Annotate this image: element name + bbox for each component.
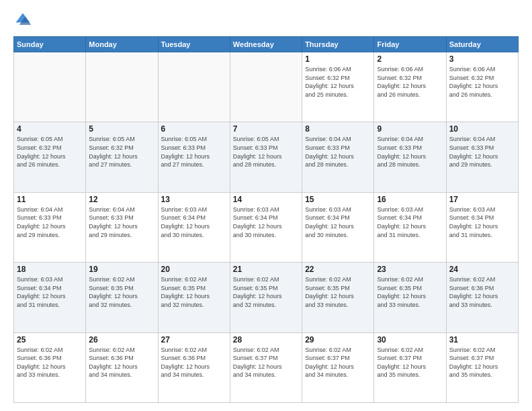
day-header-thursday: Thursday [302, 37, 374, 52]
day-number: 29 [305, 335, 371, 345]
day-number: 25 [17, 335, 83, 345]
day-number: 14 [233, 195, 299, 204]
day-info: Sunrise: 6:06 AM Sunset: 6:32 PM Dayligh… [305, 65, 371, 99]
day-header-saturday: Saturday [446, 37, 518, 52]
day-info: Sunrise: 6:03 AM Sunset: 6:34 PM Dayligh… [449, 205, 515, 239]
day-cell: 10Sunrise: 6:04 AM Sunset: 6:33 PM Dayli… [446, 122, 518, 192]
day-cell: 18Sunrise: 6:03 AM Sunset: 6:34 PM Dayli… [14, 263, 86, 332]
day-number: 10 [449, 124, 515, 134]
page: SundayMondayTuesdayWednesdayThursdayFrid… [0, 0, 532, 411]
day-info: Sunrise: 6:02 AM Sunset: 6:36 PM Dayligh… [17, 346, 83, 379]
day-number: 7 [233, 124, 299, 134]
day-number: 20 [161, 265, 227, 274]
day-info: Sunrise: 6:03 AM Sunset: 6:34 PM Dayligh… [161, 205, 227, 239]
day-cell: 28Sunrise: 6:02 AM Sunset: 6:37 PM Dayli… [230, 332, 302, 402]
day-header-monday: Monday [86, 37, 158, 52]
day-info: Sunrise: 6:02 AM Sunset: 6:36 PM Dayligh… [89, 346, 154, 379]
day-info: Sunrise: 6:02 AM Sunset: 6:36 PM Dayligh… [161, 346, 227, 379]
day-cell: 29Sunrise: 6:02 AM Sunset: 6:37 PM Dayli… [302, 332, 374, 402]
day-cell: 12Sunrise: 6:04 AM Sunset: 6:33 PM Dayli… [86, 192, 158, 262]
day-number: 3 [449, 54, 515, 64]
day-info: Sunrise: 6:02 AM Sunset: 6:37 PM Dayligh… [305, 346, 371, 379]
day-number: 1 [305, 54, 371, 64]
day-cell: 5Sunrise: 6:05 AM Sunset: 6:32 PM Daylig… [86, 122, 158, 192]
day-info: Sunrise: 6:03 AM Sunset: 6:34 PM Dayligh… [17, 275, 83, 309]
day-cell: 9Sunrise: 6:04 AM Sunset: 6:33 PM Daylig… [374, 122, 446, 192]
day-info: Sunrise: 6:02 AM Sunset: 6:35 PM Dayligh… [233, 275, 299, 309]
day-cell: 15Sunrise: 6:03 AM Sunset: 6:34 PM Dayli… [302, 192, 374, 262]
day-info: Sunrise: 6:04 AM Sunset: 6:33 PM Dayligh… [17, 205, 83, 239]
day-info: Sunrise: 6:02 AM Sunset: 6:35 PM Dayligh… [89, 275, 154, 309]
day-number: 24 [449, 265, 515, 274]
day-info: Sunrise: 6:02 AM Sunset: 6:37 PM Dayligh… [377, 346, 443, 379]
day-info: Sunrise: 6:02 AM Sunset: 6:36 PM Dayligh… [449, 275, 515, 309]
day-cell: 20Sunrise: 6:02 AM Sunset: 6:35 PM Dayli… [158, 263, 230, 332]
day-number: 15 [305, 195, 371, 204]
week-row-2: 4Sunrise: 6:05 AM Sunset: 6:32 PM Daylig… [14, 122, 519, 192]
day-cell: 16Sunrise: 6:03 AM Sunset: 6:34 PM Dayli… [374, 192, 446, 262]
day-cell: 1Sunrise: 6:06 AM Sunset: 6:32 PM Daylig… [302, 52, 374, 122]
day-cell [14, 52, 86, 122]
day-cell: 26Sunrise: 6:02 AM Sunset: 6:36 PM Dayli… [86, 332, 158, 402]
day-cell: 6Sunrise: 6:05 AM Sunset: 6:33 PM Daylig… [158, 122, 230, 192]
day-cell: 22Sunrise: 6:02 AM Sunset: 6:35 PM Dayli… [302, 263, 374, 332]
day-cell: 27Sunrise: 6:02 AM Sunset: 6:36 PM Dayli… [158, 332, 230, 402]
day-info: Sunrise: 6:03 AM Sunset: 6:34 PM Dayligh… [233, 205, 299, 239]
day-number: 17 [449, 195, 515, 204]
day-info: Sunrise: 6:05 AM Sunset: 6:33 PM Dayligh… [161, 135, 227, 169]
day-number: 13 [161, 195, 227, 204]
day-number: 27 [161, 335, 227, 345]
day-number: 31 [449, 335, 515, 345]
logo-icon [13, 11, 32, 30]
week-row-3: 11Sunrise: 6:04 AM Sunset: 6:33 PM Dayli… [14, 192, 519, 262]
week-row-4: 18Sunrise: 6:03 AM Sunset: 6:34 PM Dayli… [14, 263, 519, 332]
day-number: 18 [17, 265, 83, 274]
day-cell: 4Sunrise: 6:05 AM Sunset: 6:32 PM Daylig… [14, 122, 86, 192]
day-info: Sunrise: 6:06 AM Sunset: 6:32 PM Dayligh… [377, 65, 443, 99]
day-cell: 17Sunrise: 6:03 AM Sunset: 6:34 PM Dayli… [446, 192, 518, 262]
week-row-1: 1Sunrise: 6:06 AM Sunset: 6:32 PM Daylig… [14, 52, 519, 122]
day-cell: 7Sunrise: 6:05 AM Sunset: 6:33 PM Daylig… [230, 122, 302, 192]
logo [13, 11, 35, 30]
day-header-row: SundayMondayTuesdayWednesdayThursdayFrid… [14, 37, 519, 52]
day-cell [158, 52, 230, 122]
day-number: 8 [305, 124, 371, 134]
day-number: 30 [377, 335, 443, 345]
day-number: 22 [305, 265, 371, 274]
day-cell: 25Sunrise: 6:02 AM Sunset: 6:36 PM Dayli… [14, 332, 86, 402]
day-header-wednesday: Wednesday [230, 37, 302, 52]
day-number: 9 [377, 124, 443, 134]
day-cell: 3Sunrise: 6:06 AM Sunset: 6:32 PM Daylig… [446, 52, 518, 122]
day-header-sunday: Sunday [14, 37, 86, 52]
day-info: Sunrise: 6:05 AM Sunset: 6:33 PM Dayligh… [233, 135, 299, 169]
day-info: Sunrise: 6:02 AM Sunset: 6:37 PM Dayligh… [233, 346, 299, 379]
day-cell: 30Sunrise: 6:02 AM Sunset: 6:37 PM Dayli… [374, 332, 446, 402]
day-info: Sunrise: 6:06 AM Sunset: 6:32 PM Dayligh… [449, 65, 515, 99]
day-info: Sunrise: 6:05 AM Sunset: 6:32 PM Dayligh… [17, 135, 83, 169]
day-cell: 24Sunrise: 6:02 AM Sunset: 6:36 PM Dayli… [446, 263, 518, 332]
day-number: 11 [17, 195, 83, 204]
day-cell [86, 52, 158, 122]
day-cell: 2Sunrise: 6:06 AM Sunset: 6:32 PM Daylig… [374, 52, 446, 122]
day-number: 21 [233, 265, 299, 274]
day-info: Sunrise: 6:05 AM Sunset: 6:32 PM Dayligh… [89, 135, 154, 169]
day-cell: 13Sunrise: 6:03 AM Sunset: 6:34 PM Dayli… [158, 192, 230, 262]
day-number: 12 [89, 195, 154, 204]
calendar: SundayMondayTuesdayWednesdayThursdayFrid… [13, 36, 519, 403]
day-number: 23 [377, 265, 443, 274]
day-info: Sunrise: 6:04 AM Sunset: 6:33 PM Dayligh… [89, 205, 154, 239]
day-info: Sunrise: 6:02 AM Sunset: 6:37 PM Dayligh… [449, 346, 515, 379]
day-number: 19 [89, 265, 154, 274]
day-cell: 19Sunrise: 6:02 AM Sunset: 6:35 PM Dayli… [86, 263, 158, 332]
day-number: 2 [377, 54, 443, 64]
day-info: Sunrise: 6:04 AM Sunset: 6:33 PM Dayligh… [449, 135, 515, 169]
day-info: Sunrise: 6:02 AM Sunset: 6:35 PM Dayligh… [161, 275, 227, 309]
day-number: 28 [233, 335, 299, 345]
day-header-tuesday: Tuesday [158, 37, 230, 52]
day-cell: 21Sunrise: 6:02 AM Sunset: 6:35 PM Dayli… [230, 263, 302, 332]
day-header-friday: Friday [374, 37, 446, 52]
day-cell: 8Sunrise: 6:04 AM Sunset: 6:33 PM Daylig… [302, 122, 374, 192]
day-info: Sunrise: 6:02 AM Sunset: 6:35 PM Dayligh… [377, 275, 443, 309]
day-info: Sunrise: 6:03 AM Sunset: 6:34 PM Dayligh… [305, 205, 371, 239]
day-number: 16 [377, 195, 443, 204]
